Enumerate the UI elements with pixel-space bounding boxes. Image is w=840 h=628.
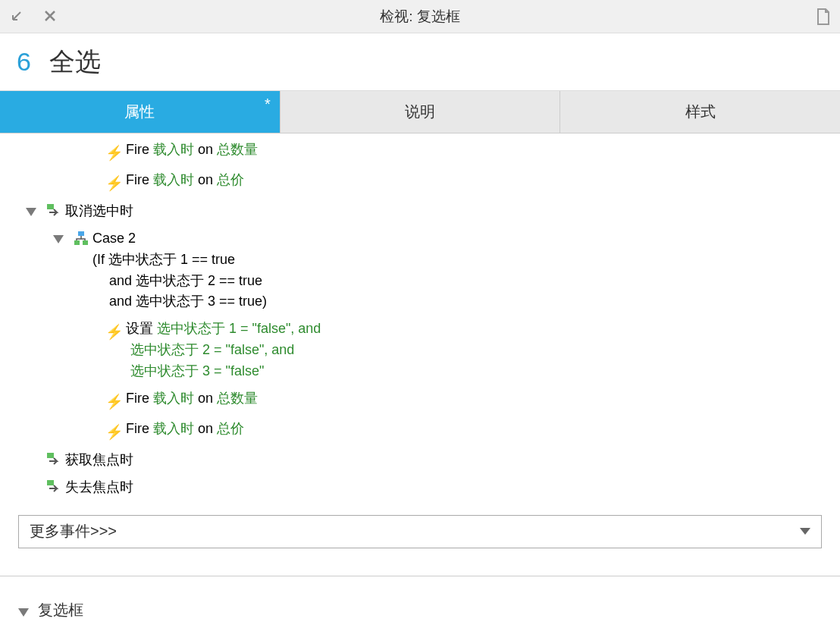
case-row[interactable]: Case 2 (If 选中状态于 1 == true and 选中状态于 2 =…: [0, 225, 840, 316]
event-icon: [42, 201, 65, 218]
tab-label: 样式: [685, 102, 716, 122]
lightning-icon: ⚡: [105, 391, 124, 413]
event-label: 取消选中时: [65, 203, 133, 218]
collapse-icon[interactable]: [9, 10, 23, 24]
svg-rect-4: [47, 453, 54, 458]
close-icon[interactable]: [44, 10, 56, 24]
interactions-panel: ⚡ Fire 载入时 on 总数量 ⚡ Fire 载入时 on 总价 取消选中时…: [0, 133, 840, 628]
collapsible-section[interactable]: 复选框: [0, 597, 840, 625]
more-events-dropdown[interactable]: 更多事件>>>: [18, 515, 822, 548]
lightning-icon: ⚡: [105, 142, 124, 164]
svg-rect-5: [47, 480, 54, 485]
svg-rect-0: [47, 204, 54, 209]
tab-notes[interactable]: 说明: [281, 91, 561, 133]
tab-style[interactable]: 样式: [560, 91, 840, 133]
action-row[interactable]: ⚡ 设置 选中状态于 1 = "false", and 选中状态于 2 = "f…: [0, 316, 840, 385]
event-row[interactable]: 获取焦点时: [0, 447, 840, 474]
lightning-icon: ⚡: [105, 172, 124, 194]
header-row: 6 全选: [0, 33, 840, 91]
tab-label: 属性: [124, 102, 155, 122]
widget-name[interactable]: 全选: [49, 45, 101, 80]
svg-rect-1: [78, 231, 84, 236]
action-row[interactable]: ⚡ Fire 载入时 on 总数量: [0, 137, 840, 167]
event-icon: [42, 477, 65, 495]
section-label: 复选框: [38, 600, 83, 620]
tabs: 属性 * 说明 样式: [0, 91, 840, 133]
lightning-icon: ⚡: [105, 421, 124, 443]
action-row[interactable]: ⚡ Fire 载入时 on 总数量: [0, 385, 840, 416]
tab-label: 说明: [405, 102, 435, 122]
case-icon: [70, 228, 92, 246]
titlebar: 检视: 复选框: [0, 0, 840, 33]
event-row[interactable]: 失去焦点时: [0, 474, 840, 501]
expand-toggle-icon[interactable]: [26, 208, 36, 216]
case-label: Case 2: [92, 228, 825, 250]
more-events-label: 更多事件>>>: [30, 521, 117, 542]
expand-toggle-icon[interactable]: [53, 235, 64, 243]
expand-toggle-icon[interactable]: [18, 608, 29, 617]
event-row[interactable]: 取消选中时: [0, 198, 840, 225]
event-label: 获取焦点时: [65, 452, 133, 467]
svg-rect-3: [83, 240, 88, 245]
widget-number: 6: [17, 47, 31, 77]
action-row[interactable]: ⚡ Fire 载入时 on 总价: [0, 416, 840, 446]
page-icon[interactable]: [816, 8, 831, 25]
chevron-down-icon: [800, 528, 810, 535]
dirty-indicator: *: [265, 96, 271, 113]
event-icon: [42, 450, 65, 467]
section-divider: [0, 576, 840, 597]
lightning-icon: ⚡: [105, 321, 124, 343]
action-row[interactable]: ⚡ Fire 载入时 on 总价: [0, 167, 840, 197]
event-label: 失去焦点时: [65, 479, 133, 495]
svg-rect-2: [74, 240, 80, 245]
tab-properties[interactable]: 属性 *: [0, 91, 281, 133]
window-title: 检视: 复选框: [380, 7, 460, 27]
